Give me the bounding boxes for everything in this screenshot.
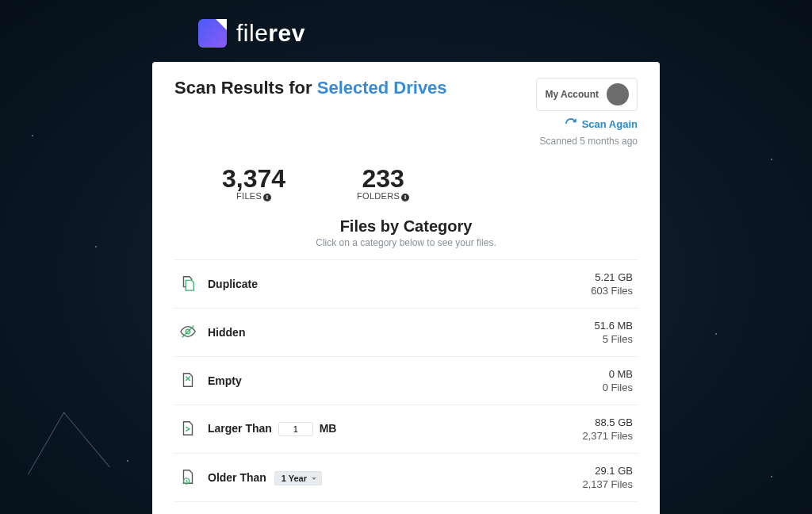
- logo-mark-icon: [198, 19, 227, 48]
- category-name: Older Than 1 Year: [208, 471, 322, 484]
- category-stats: 5.21 GB603 Files: [591, 271, 633, 297]
- category-size: 29.1 GB: [582, 465, 633, 477]
- files-label: FILES: [236, 191, 262, 201]
- category-size: 88.5 GB: [582, 416, 633, 428]
- scan-again-button[interactable]: Scan Again: [565, 117, 638, 130]
- category-file-count: 603 Files: [591, 285, 633, 297]
- category-row[interactable]: Hidden51.6 MB5 Files: [174, 308, 638, 356]
- category-row[interactable]: Larger Than MB88.5 GB2,371 Files: [174, 405, 638, 453]
- category-file-count: 2,371 Files: [582, 430, 633, 442]
- section-subtitle: Click on a category below to see your fi…: [174, 237, 638, 248]
- scan-again-label: Scan Again: [582, 118, 638, 130]
- my-account-label: My Account: [545, 89, 599, 100]
- folders-count: 233: [357, 166, 409, 191]
- page-title: Scan Results for Selected Drives: [174, 78, 447, 98]
- category-stats: 51.6 MB5 Files: [595, 320, 633, 345]
- category-stats: 88.5 GB2,371 Files: [582, 416, 633, 442]
- category-name: Empty: [208, 374, 242, 387]
- category-row[interactable]: Older Than 1 Year29.1 GB2,137 Files: [174, 453, 638, 501]
- empty-icon: [179, 371, 197, 390]
- unit-label: MB: [320, 422, 337, 435]
- hidden-icon: [179, 323, 197, 342]
- info-icon[interactable]: i: [401, 194, 409, 201]
- category-stats: 0 MB0 Files: [603, 368, 633, 393]
- category-file-count: 2,137 Files: [582, 478, 633, 490]
- category-name: Larger Than MB: [208, 422, 336, 436]
- brand-logo: filerev: [0, 0, 812, 62]
- folders-label: FOLDERS: [357, 191, 400, 201]
- older-than-select[interactable]: 1 Year: [274, 471, 322, 485]
- category-stats: 29.1 GB2,137 Files: [582, 465, 633, 490]
- files-count: 3,374: [222, 166, 285, 191]
- avatar: [607, 83, 629, 105]
- category-size: 0 MB: [603, 368, 633, 380]
- logo-text: filerev: [236, 20, 305, 47]
- category-file-count: 0 Files: [603, 382, 633, 393]
- category-size: 51.6 MB: [595, 320, 633, 332]
- category-row[interactable]: Duplicate5.21 GB603 Files: [174, 259, 638, 308]
- my-account-button[interactable]: My Account: [536, 78, 638, 111]
- section-title: Files by Category: [174, 217, 638, 236]
- duplicate-icon: [179, 274, 197, 293]
- stat-files[interactable]: 3,374 FILESi: [222, 166, 285, 201]
- stat-folders[interactable]: 233 FOLDERSi: [357, 166, 409, 201]
- category-file-count: 5 Files: [595, 333, 633, 345]
- larger-than-input[interactable]: [278, 422, 313, 436]
- larger-icon: [179, 420, 197, 439]
- older-icon: [179, 468, 197, 487]
- refresh-icon: [565, 117, 577, 130]
- scanned-timestamp: Scanned 5 months ago: [174, 136, 638, 147]
- category-name: Duplicate: [208, 278, 258, 290]
- category-name: Hidden: [208, 326, 245, 339]
- results-card: Scan Results for Selected Drives My Acco…: [152, 62, 660, 514]
- category-size: 5.21 GB: [591, 271, 633, 283]
- selected-drives-link[interactable]: Selected Drives: [317, 78, 447, 98]
- category-row[interactable]: Not Owned By Me88 GB3,260 Files: [174, 501, 638, 514]
- category-row[interactable]: Empty0 MB0 Files: [174, 356, 638, 405]
- info-icon[interactable]: i: [263, 194, 271, 201]
